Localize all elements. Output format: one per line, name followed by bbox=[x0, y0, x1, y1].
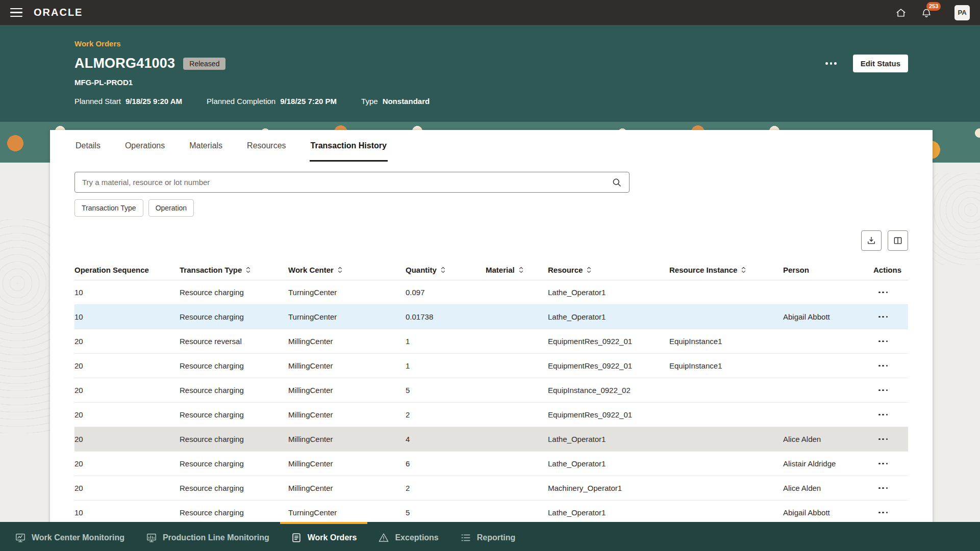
sort-icon[interactable] bbox=[586, 266, 592, 274]
monitor-line-icon bbox=[146, 532, 157, 543]
cell-actions bbox=[873, 378, 908, 403]
tab-materials[interactable]: Materials bbox=[188, 130, 223, 162]
home-icon[interactable] bbox=[895, 7, 907, 18]
column-header-resource-instance[interactable]: Resource Instance bbox=[669, 260, 783, 280]
sort-icon[interactable] bbox=[741, 266, 746, 274]
column-header-resource[interactable]: Resource bbox=[548, 260, 669, 280]
table-row[interactable]: 20Resource chargingMillingCenter6Lathe_O… bbox=[74, 452, 908, 476]
tab-resources[interactable]: Resources bbox=[246, 130, 287, 162]
row-actions-button[interactable] bbox=[876, 337, 890, 346]
cell-resource-instance: EquipInstance1 bbox=[669, 329, 783, 354]
cell-work-center: TurningCenter bbox=[288, 501, 406, 525]
filter-chip-transaction-type[interactable]: Transaction Type bbox=[74, 199, 143, 217]
cell-transaction-type: Resource charging bbox=[180, 305, 288, 329]
row-actions-button[interactable] bbox=[876, 361, 890, 371]
cell-resource-instance bbox=[669, 378, 783, 403]
row-actions-button[interactable] bbox=[876, 435, 890, 444]
download-button[interactable] bbox=[861, 230, 882, 251]
cell-material bbox=[486, 452, 548, 476]
footer-item-reporting[interactable]: Reporting bbox=[449, 522, 526, 551]
notifications-icon[interactable]: 253 bbox=[921, 7, 932, 18]
menu-icon[interactable] bbox=[10, 8, 22, 17]
cell-operation-sequence: 20 bbox=[74, 329, 180, 354]
breadcrumb[interactable]: Work Orders bbox=[74, 39, 121, 48]
table-body: 10Resource chargingTurningCenter0.097Lat… bbox=[74, 280, 908, 525]
table-row[interactable]: 20Resource chargingMillingCenter2Equipme… bbox=[74, 403, 908, 427]
edit-status-button[interactable]: Edit Status bbox=[853, 55, 908, 72]
table-toolbar bbox=[74, 230, 908, 251]
row-actions-button[interactable] bbox=[876, 410, 890, 419]
cell-resource: EquipmentRes_0922_01 bbox=[548, 403, 669, 427]
cell-resource: Lathe_Operator1 bbox=[548, 280, 669, 305]
footer-item-work-center-monitoring[interactable]: Work Center Monitoring bbox=[4, 522, 135, 551]
table-row[interactable]: 20Resource chargingMillingCenter5EquipIn… bbox=[74, 378, 908, 403]
cell-quantity: 6 bbox=[406, 452, 486, 476]
cell-operation-sequence: 10 bbox=[74, 305, 180, 329]
footer-item-work-orders[interactable]: Work Orders bbox=[280, 522, 368, 551]
column-label: Operation Sequence bbox=[74, 266, 149, 274]
cell-person bbox=[783, 329, 873, 354]
cell-actions bbox=[873, 329, 908, 354]
row-actions-button[interactable] bbox=[876, 288, 890, 297]
table-row[interactable]: 10Resource chargingTurningCenter5Lathe_O… bbox=[74, 501, 908, 525]
filter-chip-operation[interactable]: Operation bbox=[148, 199, 194, 217]
cell-material bbox=[486, 378, 548, 403]
row-actions-button[interactable] bbox=[876, 484, 890, 493]
column-header-material[interactable]: Material bbox=[486, 260, 548, 280]
table-row[interactable]: 10Resource chargingTurningCenter0.01738L… bbox=[74, 305, 908, 329]
cell-person: Abigail Abbott bbox=[783, 501, 873, 525]
sort-icon[interactable] bbox=[337, 266, 343, 274]
manage-columns-button[interactable] bbox=[888, 230, 908, 251]
cell-work-center: MillingCenter bbox=[288, 354, 406, 378]
row-actions-button[interactable] bbox=[876, 459, 890, 468]
cell-transaction-type: Resource charging bbox=[180, 354, 288, 378]
table-row[interactable]: 20Resource chargingMillingCenter4Lathe_O… bbox=[74, 427, 908, 452]
tab-operations[interactable]: Operations bbox=[124, 130, 166, 162]
avatar[interactable]: PA bbox=[954, 5, 970, 20]
footer-item-label: Work Center Monitoring bbox=[32, 533, 124, 542]
cell-person bbox=[783, 280, 873, 305]
column-header-operation-sequence: Operation Sequence bbox=[74, 260, 180, 280]
cell-transaction-type: Resource charging bbox=[180, 476, 288, 501]
tab-transaction-history[interactable]: Transaction History bbox=[310, 130, 388, 162]
cell-operation-sequence: 20 bbox=[74, 427, 180, 452]
cell-resource-instance bbox=[669, 427, 783, 452]
column-label: Actions bbox=[873, 266, 901, 274]
cell-operation-sequence: 20 bbox=[74, 452, 180, 476]
cell-quantity: 2 bbox=[406, 403, 486, 427]
cell-work-center: TurningCenter bbox=[288, 305, 406, 329]
sort-icon[interactable] bbox=[440, 266, 446, 274]
cell-resource-instance bbox=[669, 280, 783, 305]
sort-icon[interactable] bbox=[245, 266, 251, 274]
column-header-transaction-type[interactable]: Transaction Type bbox=[180, 260, 288, 280]
monitor-chart-icon bbox=[15, 532, 26, 543]
footer-item-label: Work Orders bbox=[308, 533, 357, 542]
cell-resource: EquipmentRes_0922_01 bbox=[548, 354, 669, 378]
column-label: Quantity bbox=[406, 266, 437, 274]
table-row[interactable]: 20Resource reversalMillingCenter1Equipme… bbox=[74, 329, 908, 354]
table-row[interactable]: 20Resource chargingMillingCenter1Equipme… bbox=[74, 354, 908, 378]
column-header-work-center[interactable]: Work Center bbox=[288, 260, 406, 280]
footer-item-production-line-monitoring[interactable]: Production Line Monitoring bbox=[135, 522, 280, 551]
cell-resource-instance bbox=[669, 501, 783, 525]
cell-material bbox=[486, 354, 548, 378]
row-actions-button[interactable] bbox=[876, 508, 890, 517]
header-more-actions-button[interactable] bbox=[824, 58, 838, 69]
sort-icon[interactable] bbox=[518, 266, 524, 274]
row-actions-button[interactable] bbox=[876, 386, 890, 395]
cell-operation-sequence: 10 bbox=[74, 501, 180, 525]
meta-type: TypeNonstandard bbox=[361, 97, 430, 106]
transaction-history-panel: Transaction TypeOperation Operation Sequ… bbox=[50, 172, 933, 525]
search-input[interactable] bbox=[82, 178, 612, 187]
column-header-quantity[interactable]: Quantity bbox=[406, 260, 486, 280]
table-row[interactable]: 10Resource chargingTurningCenter0.097Lat… bbox=[74, 280, 908, 305]
table-header-row: Operation SequenceTransaction TypeWork C… bbox=[74, 260, 908, 280]
cell-resource: Lathe_Operator1 bbox=[548, 427, 669, 452]
row-actions-button[interactable] bbox=[876, 312, 890, 322]
tab-details[interactable]: Details bbox=[74, 130, 102, 162]
cell-operation-sequence: 20 bbox=[74, 403, 180, 427]
cell-actions bbox=[873, 280, 908, 305]
footer-item-exceptions[interactable]: Exceptions bbox=[367, 522, 449, 551]
search-icon[interactable] bbox=[612, 177, 622, 188]
table-row[interactable]: 20Resource chargingMillingCenter2Machine… bbox=[74, 476, 908, 501]
